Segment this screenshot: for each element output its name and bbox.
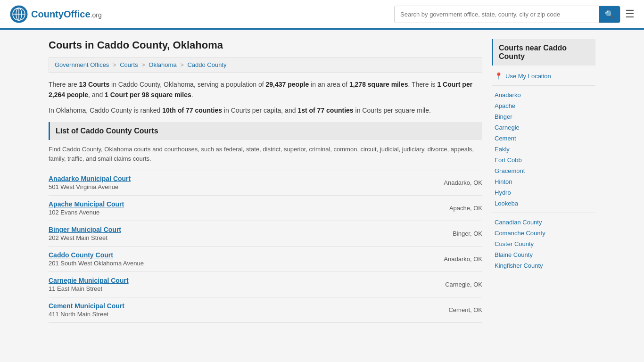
sidebar-counties: Canadian CountyComanche CountyCuster Cou… (492, 217, 595, 271)
courts-list: Anadarko Municipal Court 501 West Virgin… (49, 170, 482, 323)
court-name[interactable]: Caddo County Court (49, 251, 144, 259)
menu-button[interactable]: ☰ (625, 8, 635, 20)
court-address: 102 Evans Avenue (49, 209, 124, 216)
search-bar-container: 🔍 (394, 6, 620, 23)
sidebar-item-city[interactable]: Binger (492, 111, 595, 122)
header-right: 🔍 ☰ (394, 6, 635, 23)
court-city: Apache, OK (449, 205, 482, 212)
rank-sqmile: 1st of 77 counties (297, 107, 353, 114)
description-paragraph-1: There are 13 Courts in Caddo County, Okl… (49, 79, 482, 100)
logo-icon (9, 5, 28, 24)
content-area: Courts in Caddo County, Oklahoma Governm… (49, 39, 482, 323)
court-left: Binger Municipal Court 202 West Main Str… (49, 226, 121, 241)
court-city: Binger, OK (453, 230, 482, 237)
sidebar-item-city[interactable]: Hinton (492, 176, 595, 187)
location-icon: 📍 (495, 72, 503, 80)
sidebar-item-county[interactable]: Custer County (492, 239, 595, 249)
sidebar-item-city[interactable]: Fort Cobb (492, 155, 595, 165)
sidebar-item-city[interactable]: Eakly (492, 144, 595, 155)
sidebar-divider-1 (492, 85, 595, 86)
court-left: Anadarko Municipal Court 501 West Virgin… (49, 175, 131, 190)
court-name[interactable]: Carnegie Municipal Court (49, 277, 129, 284)
court-address: 501 West Virginia Avenue (49, 183, 131, 190)
sidebar-item-city[interactable]: Gracemont (492, 165, 595, 176)
court-name[interactable]: Cement Municipal Court (49, 302, 124, 310)
logo-text: CountyOffice.org (31, 9, 102, 20)
sidebar-item-county[interactable]: Comanche County (492, 228, 595, 239)
use-my-location-link[interactable]: 📍 Use My Location (492, 70, 595, 82)
court-city: Cement, OK (448, 306, 482, 313)
list-header: List of Caddo County Courts (49, 122, 482, 140)
breadcrumb-courts[interactable]: Courts (120, 61, 138, 68)
description-paragraph-2: In Oklahoma, Caddo County is ranked 10th… (49, 105, 482, 115)
site-header: CountyOffice.org 🔍 ☰ (0, 0, 644, 30)
sidebar-cities: AnadarkoApacheBingerCarnegieCementEaklyF… (492, 90, 595, 209)
area: 1,278 square miles (349, 81, 408, 88)
court-address: 202 West Main Street (49, 234, 121, 241)
population: 29,437 people (265, 81, 309, 88)
per-sqmile: 1 Court per 98 square miles (105, 91, 191, 99)
sidebar-title: Courts near Caddo County (492, 39, 595, 66)
breadcrumb-oklahoma[interactable]: Oklahoma (149, 61, 176, 68)
sidebar-item-city[interactable]: Carnegie (492, 122, 595, 133)
sidebar-item-city[interactable]: Anadarko (492, 90, 595, 100)
search-input[interactable] (395, 7, 599, 22)
sidebar-item-county[interactable]: Canadian County (492, 217, 595, 228)
rank-capita: 10th of 77 counties (162, 107, 222, 114)
logo-area: CountyOffice.org (9, 5, 102, 24)
sidebar-divider-2 (492, 213, 595, 213)
table-row: Carnegie Municipal Court 11 East Main St… (49, 272, 482, 297)
court-city: Carnegie, OK (445, 281, 482, 288)
sidebar-item-city[interactable]: Apache (492, 100, 595, 111)
sidebar: Courts near Caddo County 📍 Use My Locati… (492, 39, 595, 323)
main-container: Courts in Caddo County, Oklahoma Governm… (39, 30, 605, 332)
court-left: Cement Municipal Court 411 North Main St… (49, 302, 124, 318)
court-name[interactable]: Apache Municipal Court (49, 200, 124, 208)
court-name[interactable]: Binger Municipal Court (49, 226, 121, 233)
page-title: Courts in Caddo County, Oklahoma (49, 39, 482, 51)
list-description: Find Caddo County, Oklahoma courts and c… (49, 145, 482, 163)
court-left: Apache Municipal Court 102 Evans Avenue (49, 200, 124, 216)
table-row: Cement Municipal Court 411 North Main St… (49, 297, 482, 323)
court-count: 13 Courts (79, 81, 110, 88)
table-row: Anadarko Municipal Court 501 West Virgin… (49, 170, 482, 195)
court-left: Carnegie Municipal Court 11 East Main St… (49, 277, 129, 292)
breadcrumb-government-offices[interactable]: Government Offices (55, 61, 109, 68)
court-address: 201 South West Oklahoma Avenue (49, 260, 144, 267)
court-city: Anadarko, OK (444, 255, 482, 263)
sidebar-item-city[interactable]: Lookeba (492, 198, 595, 209)
sidebar-item-city[interactable]: Hydro (492, 187, 595, 198)
sidebar-item-county[interactable]: Blaine County (492, 249, 595, 260)
table-row: Binger Municipal Court 202 West Main Str… (49, 221, 482, 246)
court-name[interactable]: Anadarko Municipal Court (49, 175, 131, 182)
court-left: Caddo County Court 201 South West Oklaho… (49, 251, 144, 267)
sidebar-item-county[interactable]: Kingfisher County (492, 260, 595, 271)
court-address: 411 North Main Street (49, 311, 124, 318)
table-row: Caddo County Court 201 South West Oklaho… (49, 246, 482, 272)
use-my-location-text: Use My Location (505, 73, 551, 80)
court-address: 11 East Main Street (49, 285, 129, 292)
breadcrumb-caddo-county[interactable]: Caddo County (187, 61, 226, 68)
search-button[interactable]: 🔍 (599, 6, 620, 23)
table-row: Apache Municipal Court 102 Evans Avenue … (49, 195, 482, 221)
breadcrumb: Government Offices > Courts > Oklahoma >… (49, 57, 482, 73)
sidebar-item-city[interactable]: Cement (492, 133, 595, 144)
court-city: Anadarko, OK (444, 179, 482, 186)
